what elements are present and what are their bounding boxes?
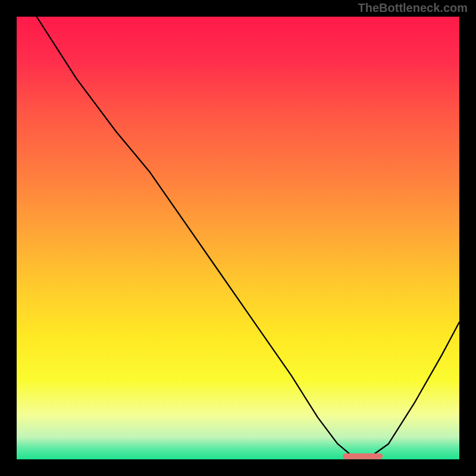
watermark-text: TheBottleneck.com [358, 1, 468, 15]
gradient-background [17, 17, 459, 459]
plot-area [17, 17, 459, 459]
target-range-marker [343, 453, 383, 459]
chart-svg [17, 17, 459, 459]
chart-container: TheBottleneck.com [0, 0, 476, 476]
